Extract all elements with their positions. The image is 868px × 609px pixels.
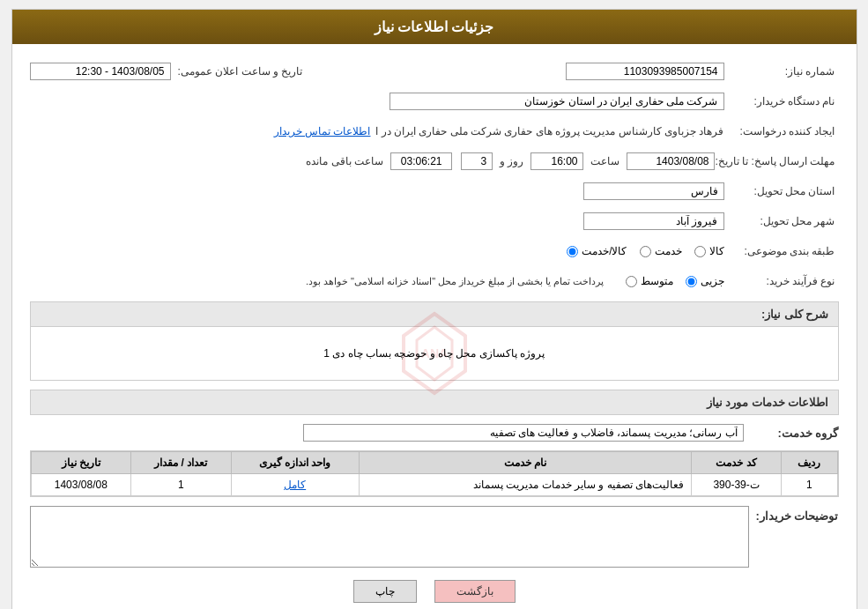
cell-date: 1403/08/08 — [31, 474, 131, 496]
cell-code: ت-39-390 — [691, 474, 781, 496]
category-option-kala-khedmat[interactable]: کالا/خدمت — [567, 245, 627, 257]
purchase-motavasset[interactable]: متوسط — [626, 275, 673, 287]
category-kala-label: کالا — [709, 245, 724, 257]
deadline-countdown: 03:06:21 — [390, 152, 452, 170]
city-label: شهر محل تحویل: — [724, 215, 839, 227]
buyer-org-input[interactable] — [389, 93, 724, 110]
service-group-label: گروه خدمت: — [751, 427, 839, 440]
print-button[interactable]: چاپ — [353, 580, 417, 603]
purchase-motavasset-label: متوسط — [641, 275, 673, 287]
services-table: ردیف کد خدمت نام خدمت واحد اندازه گیری ت… — [31, 451, 838, 496]
service-group-input[interactable] — [303, 424, 744, 442]
deadline-days-input[interactable] — [461, 152, 493, 170]
back-button[interactable]: بازگشت — [434, 580, 516, 603]
payment-note: پرداخت تمام یا بخشی از مبلغ خریداز محل "… — [306, 276, 605, 287]
category-khedmat-radio[interactable] — [640, 246, 651, 257]
category-option-khedmat[interactable]: خدمت — [640, 245, 682, 257]
city-input[interactable] — [583, 212, 724, 230]
deadline-time-label: ساعت — [587, 155, 623, 167]
col-header-code: کد خدمت — [691, 452, 781, 474]
col-header-row: ردیف — [782, 452, 837, 474]
category-kala-khedmat-label: کالا/خدمت — [582, 245, 627, 257]
buyer-note-section: توضیحات خریدار: — [30, 506, 839, 568]
services-table-wrapper: ردیف کد خدمت نام خدمت واحد اندازه گیری ت… — [30, 450, 839, 497]
need-number-input[interactable] — [566, 63, 724, 80]
cell-name: فعالیت‌های تصفیه و سایر خدمات مدیریت پسم… — [359, 474, 691, 496]
deadline-label: مهلت ارسال پاسخ: تا تاریخ: — [715, 155, 838, 167]
buyer-org-label: نام دستگاه خریدار: — [724, 95, 839, 108]
category-radio-group: کالا خدمت کالا/خدمت — [567, 245, 723, 257]
purchase-jozi-radio[interactable] — [686, 276, 697, 287]
cell-row: 1 — [782, 474, 837, 496]
deadline-time-input[interactable] — [530, 152, 583, 170]
service-info-section: اطلاعات خدمات مورد نیاز گروه خدمت: ردیف … — [30, 390, 839, 497]
col-header-date: تاریخ نیاز — [31, 452, 131, 474]
buttons-row: بازگشت چاپ — [30, 580, 839, 603]
province-label: استان محل تحویل: — [724, 185, 839, 197]
need-desc-section: شرح کلی نیاز: ANA پروژه پاکسازی محل چاه … — [30, 301, 839, 381]
deadline-days-label: روز و — [496, 155, 527, 167]
header-title: جزئیات اطلاعات نیاز — [375, 19, 494, 34]
date-time-label: تاریخ و ساعت اعلان عمومی: — [178, 65, 303, 78]
purchase-jozi-label: جزیی — [701, 275, 724, 287]
category-kala-radio[interactable] — [694, 246, 706, 257]
creator-name: فرهاد جزباوی کارشناس مدیریت پروژه های حف… — [375, 125, 723, 137]
deadline-date-input[interactable] — [627, 152, 715, 170]
date-time-input[interactable] — [30, 63, 171, 80]
page-header: جزئیات اطلاعات نیاز — [12, 10, 857, 44]
category-kala-khedmat-radio[interactable] — [567, 246, 578, 257]
purchase-type-label: نوع فرآیند خرید: — [724, 275, 839, 287]
need-desc-text: پروژه پاکسازی محل چاه و حوضچه بساب چاه د… — [323, 347, 545, 360]
buyer-note-textarea[interactable] — [30, 506, 749, 568]
need-number-label: شماره نیاز: — [724, 65, 839, 78]
purchase-motavasset-radio[interactable] — [626, 276, 637, 287]
buyer-note-label: توضیحات خریدار: — [756, 506, 839, 523]
province-input[interactable] — [583, 182, 724, 200]
cell-unit[interactable]: کامل — [231, 474, 359, 496]
category-label: طبقه بندی موضوعی: — [724, 245, 839, 257]
category-khedmat-label: خدمت — [655, 245, 682, 257]
col-header-unit: واحد اندازه گیری — [231, 452, 359, 474]
cell-qty: 1 — [131, 474, 231, 496]
purchase-type-group: جزیی متوسط پرداخت تمام یا بخشی از مبلغ خ… — [306, 275, 724, 287]
creator-label: ایجاد کننده درخواست: — [724, 125, 839, 137]
table-row: 1 ت-39-390 فعالیت‌های تصفیه و سایر خدمات… — [31, 474, 837, 496]
creator-contact-link[interactable]: اطلاعات تماس خریدار — [274, 125, 371, 137]
deadline-countdown-label: ساعت باقی مانده — [306, 155, 383, 167]
category-option-kala[interactable]: کالا — [694, 245, 724, 257]
purchase-jozi[interactable]: جزیی — [686, 275, 724, 287]
col-header-qty: تعداد / مقدار — [131, 452, 231, 474]
col-header-name: نام خدمت — [359, 452, 691, 474]
